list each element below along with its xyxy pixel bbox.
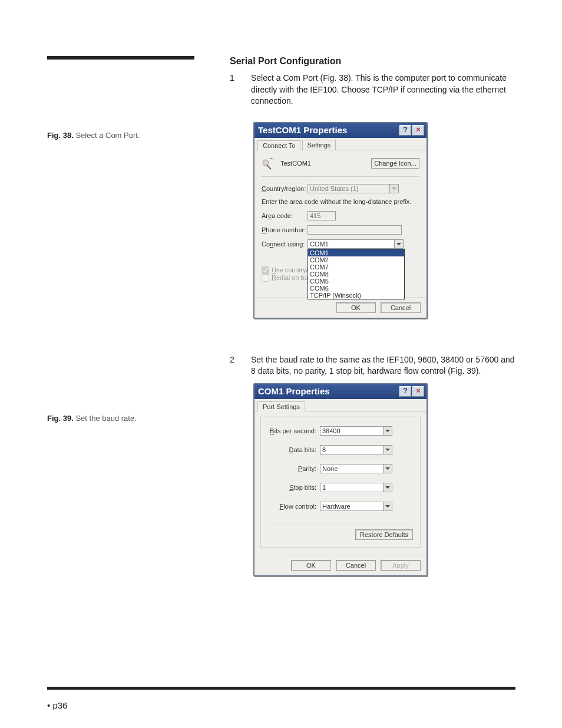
country-select: United States (1)	[308, 184, 390, 193]
parity-label: Parity:	[268, 465, 316, 472]
area-code-label: Area code:	[262, 212, 308, 219]
dialog-title: COM1 Properties	[258, 386, 398, 396]
list-item[interactable]: COM5	[308, 278, 404, 285]
tab-row: Connect To Settings	[254, 138, 427, 150]
bps-label: Bits per second:	[268, 427, 316, 434]
tab-row: Port Settings	[254, 399, 427, 411]
dialog-title: TestCOM1 Properties	[258, 125, 398, 135]
dropdown-icon[interactable]	[384, 426, 392, 436]
titlebar: COM1 Properties ? ×	[254, 384, 427, 399]
apply-button: Apply	[381, 560, 421, 571]
step-1: 1 Select a Com Port (Fig. 38). This is t…	[230, 73, 518, 107]
stop-bits-select[interactable]: 1	[320, 483, 384, 492]
testcom1-properties-dialog: TestCOM1 Properties ? × Connect To Setti…	[253, 122, 428, 319]
data-bits-select[interactable]: 8	[320, 445, 384, 454]
fig-39-text: Set the baud rate.	[74, 414, 137, 423]
checkbox-icon	[262, 274, 269, 282]
dropdown-icon[interactable]	[384, 502, 392, 511]
dropdown-icon	[390, 184, 399, 193]
connect-using-options[interactable]: COM1 COM2 COM7 COM8 COM5 COM6 TCP/IP (Wi…	[308, 249, 405, 299]
fig-39-caption: Fig. 39. Set the baud rate.	[47, 414, 200, 423]
connect-using-label: Connect using:	[262, 241, 308, 248]
country-label: Country/region:	[262, 185, 308, 192]
cancel-button[interactable]: Cancel	[381, 302, 421, 313]
list-item[interactable]: COM6	[308, 285, 404, 292]
page-number: • p36	[47, 700, 67, 710]
checkbox-icon	[262, 266, 269, 274]
area-code-note: Enter the area code without the long-dis…	[262, 198, 419, 205]
restore-defaults-button[interactable]: Restore Defaults	[355, 529, 413, 540]
titlebar: TestCOM1 Properties ? ×	[254, 123, 427, 138]
dropdown-icon[interactable]	[384, 464, 392, 473]
dropdown-icon[interactable]	[384, 483, 392, 492]
fig-39-label: Fig. 39.	[47, 414, 74, 423]
svg-point-0	[263, 160, 269, 166]
step-2: 2 Set the baud rate to the same as the I…	[230, 354, 518, 377]
close-button[interactable]: ×	[412, 386, 424, 397]
bps-select[interactable]: 38400	[320, 426, 384, 436]
phone-label: Phone number:	[262, 226, 308, 233]
connection-name: TestCOM1	[280, 160, 371, 167]
data-bits-label: Data bits:	[268, 446, 316, 453]
step-2-text: Set the baud rate to the same as the IEF…	[251, 354, 518, 377]
ok-button[interactable]: OK	[291, 560, 331, 571]
change-icon-button[interactable]: Change Icon...	[371, 158, 419, 169]
com1-properties-dialog: COM1 Properties ? × Port Settings Bits p…	[253, 383, 428, 577]
tab-settings[interactable]: Settings	[302, 140, 336, 150]
bottom-rule	[47, 687, 515, 690]
connection-icon	[262, 156, 276, 170]
flow-control-select[interactable]: Hardware	[320, 502, 384, 511]
fig-38-caption: Fig. 38. Select a Com Port.	[47, 131, 200, 140]
connect-using-select[interactable]: COM1	[308, 239, 395, 249]
tab-port-settings[interactable]: Port Settings	[257, 401, 305, 411]
list-item[interactable]: COM1	[308, 249, 404, 256]
section-heading: Serial Port Configuration	[230, 56, 518, 67]
area-code-input	[308, 211, 336, 220]
stop-bits-label: Stop bits:	[268, 484, 316, 491]
dropdown-icon[interactable]	[384, 445, 392, 454]
step-1-text: Select a Com Port (Fig. 38). This is the…	[251, 73, 518, 107]
close-button[interactable]: ×	[412, 125, 424, 136]
help-button[interactable]: ?	[399, 386, 411, 397]
step-1-number: 1	[230, 73, 240, 107]
flow-control-label: Flow control:	[268, 503, 316, 510]
tab-connect-to[interactable]: Connect To	[257, 140, 300, 150]
dropdown-icon[interactable]	[395, 239, 404, 249]
phone-input	[308, 225, 402, 235]
list-item[interactable]: TCP/IP (Winsock)	[308, 292, 404, 299]
parity-select[interactable]: None	[320, 464, 384, 473]
top-rule	[47, 56, 194, 60]
list-item[interactable]: COM2	[308, 256, 404, 263]
list-item[interactable]: COM8	[308, 271, 404, 278]
ok-button[interactable]: OK	[336, 302, 376, 313]
cancel-button[interactable]: Cancel	[336, 560, 376, 571]
step-2-number: 2	[230, 354, 240, 377]
list-item[interactable]: COM7	[308, 263, 404, 271]
help-button[interactable]: ?	[399, 125, 411, 136]
fig-38-text: Select a Com Port.	[74, 131, 140, 140]
fig-38-label: Fig. 38.	[47, 131, 74, 140]
port-settings-group: Bits per second: 38400 Data bits: 8 Pari…	[260, 416, 421, 548]
